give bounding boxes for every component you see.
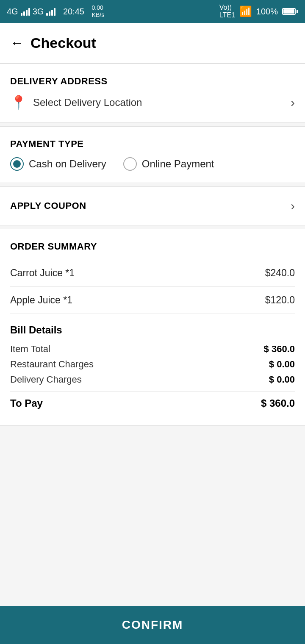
to-pay-value: $ 360.0 xyxy=(261,397,295,409)
item-total-value: $ 360.0 xyxy=(264,344,295,355)
bottom-spacer xyxy=(0,429,305,514)
order-summary-inner: ORDER SUMMARY Carrot Juice *1 $240.0 App… xyxy=(0,229,305,314)
time-display: 20:45 xyxy=(63,7,84,17)
item-total-row: Item Total $ 360.0 xyxy=(10,344,295,355)
restaurant-charges-label: Restaurant Charges xyxy=(10,359,94,370)
online-payment-option[interactable]: Online Payment xyxy=(123,157,214,171)
signal-bars-3g xyxy=(46,7,55,16)
signal-bars-4g xyxy=(21,7,30,16)
delivery-charges-label: Delivery Charges xyxy=(10,374,82,385)
delivery-address-section: DELIVERY ADDRESS 📍 Select Delivery Locat… xyxy=(0,64,305,123)
cash-on-delivery-label: Cash on Delivery xyxy=(29,158,106,170)
network-4g: 4G xyxy=(7,7,18,17)
online-payment-radio[interactable] xyxy=(123,157,137,171)
lte-label: Vo))LTE1 xyxy=(219,4,235,19)
order-item-price-2: $120.0 xyxy=(265,294,295,306)
order-item-apple-juice: Apple Juice *1 $120.0 xyxy=(10,287,295,314)
restaurant-charges-value: $ 0.00 xyxy=(269,359,295,370)
payment-type-section: PAYMENT TYPE Cash on Delivery Online Pay… xyxy=(0,126,305,183)
bill-divider xyxy=(10,391,295,391)
battery-percent: 100% xyxy=(256,7,278,17)
delivery-location-row[interactable]: 📍 Select Delivery Location › xyxy=(10,94,295,111)
page-title: Checkout xyxy=(30,35,96,51)
coupon-title: APPLY COUPON xyxy=(10,200,86,211)
delivery-left: 📍 Select Delivery Location xyxy=(10,94,142,111)
item-total-label: Item Total xyxy=(10,344,50,355)
order-item-name-1: Carrot Juice *1 xyxy=(10,267,75,279)
online-payment-label: Online Payment xyxy=(142,158,214,170)
status-right: Vo))LTE1 📶 100% xyxy=(219,4,298,19)
to-pay-row: To Pay $ 360.0 xyxy=(10,397,295,409)
to-pay-label: To Pay xyxy=(10,397,43,409)
payment-options: Cash on Delivery Online Payment xyxy=(10,157,295,171)
network-3g: 3G xyxy=(33,7,44,17)
header: ← Checkout xyxy=(0,23,305,64)
delivery-address-title: DELIVERY ADDRESS xyxy=(10,76,295,87)
order-item-carrot-juice: Carrot Juice *1 $240.0 xyxy=(10,260,295,287)
confirm-button[interactable]: CONFIRM xyxy=(0,606,305,644)
delivery-charges-row: Delivery Charges $ 0.00 xyxy=(10,374,295,385)
order-summary-section: ORDER SUMMARY Carrot Juice *1 $240.0 App… xyxy=(0,229,305,426)
restaurant-charges-row: Restaurant Charges $ 0.00 xyxy=(10,359,295,370)
wifi-icon: 📶 xyxy=(239,6,252,17)
battery-icon xyxy=(282,8,298,15)
cash-on-delivery-radio-inner xyxy=(13,160,21,168)
speed-display: 0.00KB/s xyxy=(92,4,105,19)
apply-coupon-section[interactable]: APPLY COUPON › xyxy=(0,186,305,225)
payment-type-title: PAYMENT TYPE xyxy=(10,139,295,150)
cash-on-delivery-option[interactable]: Cash on Delivery xyxy=(10,157,106,171)
bill-details-title: Bill Details xyxy=(10,324,295,336)
status-left: 4G 3G 20:45 0.00KB/s xyxy=(7,4,104,19)
bill-details: Bill Details Item Total $ 360.0 Restaura… xyxy=(0,314,305,425)
status-bar: 4G 3G 20:45 0.00KB/s Vo))LTE1 📶 100% xyxy=(0,0,305,23)
cash-on-delivery-radio[interactable] xyxy=(10,157,24,171)
order-item-name-2: Apple Juice *1 xyxy=(10,294,72,306)
chevron-right-icon: › xyxy=(291,95,295,110)
coupon-chevron-icon: › xyxy=(291,199,295,213)
location-icon: 📍 xyxy=(10,94,27,111)
coupon-row[interactable]: APPLY COUPON › xyxy=(10,199,295,213)
delivery-location-text: Select Delivery Location xyxy=(33,97,142,108)
back-button[interactable]: ← xyxy=(10,35,24,51)
order-item-price-1: $240.0 xyxy=(265,267,295,279)
delivery-charges-value: $ 0.00 xyxy=(269,374,295,385)
order-summary-title: ORDER SUMMARY xyxy=(10,241,295,252)
